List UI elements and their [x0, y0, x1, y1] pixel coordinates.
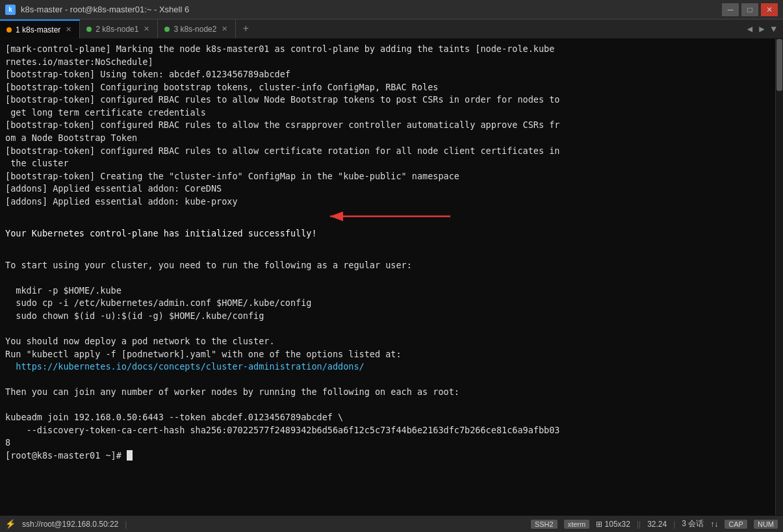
line-prompt: [root@k8s-master01 ~]# [5, 450, 133, 461]
cursor [127, 450, 133, 461]
tab-k8s-master[interactable]: 1 k8s-master ✕ [0, 19, 80, 38]
minimize-button[interactable]: ─ [722, 3, 739, 16]
line-8-cont: 8 [5, 437, 10, 448]
close-button[interactable]: ✕ [761, 3, 778, 16]
tab-label-node2: 3 k8s-node2 [173, 25, 216, 34]
tab-label-node1: 2 k8s-node1 [96, 25, 138, 34]
terminal-output: [mark-control-plane] Marking the node k8… [5, 43, 778, 462]
connection-info: ssh://root@192.168.0.50:22 [22, 520, 118, 529]
tab-k8s-node2[interactable]: 3 k8s-node2 ✕ [158, 19, 236, 38]
tab-dot-node2 [164, 27, 170, 32]
add-tab-button[interactable]: + [236, 19, 255, 38]
line-3: [bootstrap-token] Configuring bootstrap … [5, 82, 438, 92]
app-icon: k [5, 5, 16, 15]
line-2: [bootstrap-token] Using token: abcdef.01… [5, 69, 290, 79]
line-4: [bootstrap-token] configured RBAC rules … [5, 94, 559, 118]
line-7: [bootstrap-token] Creating the "cluster-… [5, 171, 459, 181]
tab-close-node2[interactable]: ✕ [220, 25, 229, 33]
line-8: [addons] Applied essential addon: CoreDN… [5, 183, 222, 194]
protocol-badge: SSH2 [531, 520, 558, 529]
line-cp: sudo cp -i /etc/kubernetes/admin.conf $H… [5, 298, 311, 308]
tab-next-button[interactable]: ▶ [756, 22, 767, 36]
status-bar: ⚡ ssh://root@192.168.0.50:22 | SSH2 xter… [0, 515, 783, 532]
maximize-button[interactable]: □ [741, 3, 758, 16]
terminal-area[interactable]: [mark-control-plane] Marking the node k8… [0, 39, 783, 515]
status-right: SSH2 xterm ⊞ 105x32 || 32.24 | 3 会话 ↑↓ C… [531, 518, 778, 529]
window-title: k8s-master - root@k8s-master01:~ - Xshel… [21, 5, 717, 14]
tab-dot-node1 [86, 27, 92, 32]
tab-menu-button[interactable]: ▼ [769, 23, 779, 36]
line-discovery: --discovery-token-ca-cert-hash sha256:07… [5, 425, 559, 435]
line-mkdir: mkdir -p $HOME/.kube [5, 285, 122, 296]
line-cluster-intro: To start using your cluster, you need to… [5, 260, 412, 270]
caps-badge: CAP [725, 520, 747, 529]
filesize-display: 32.24 [647, 520, 667, 529]
network-icon: ⚡ [5, 519, 16, 529]
tab-close-node1[interactable]: ✕ [142, 25, 151, 33]
scrollbar-thumb[interactable] [777, 39, 782, 91]
line-kubectl: Run "kubectl apply -f [podnetwork].yaml"… [5, 349, 402, 359]
tab-close-master[interactable]: ✕ [64, 25, 73, 34]
line-5: [bootstrap-token] configured RBAC rules … [5, 120, 559, 143]
tab-dot-master [6, 27, 12, 32]
num-badge: NUM [754, 520, 778, 529]
divider-2: || [637, 520, 641, 529]
arrow-annotation [324, 207, 454, 233]
line-join-intro: Then you can join any number of worker n… [5, 386, 459, 397]
scrollbar[interactable] [775, 39, 783, 515]
terminal-type-badge: xterm [564, 520, 590, 529]
line-success: Your Kubernetes control-plane has initia… [5, 227, 317, 238]
tab-bar: 1 k8s-master ✕ 2 k8s-node1 ✕ 3 k8s-node2… [0, 19, 783, 39]
line-6: [bootstrap-token] configured RBAC rules … [5, 146, 559, 169]
dimensions-display: ⊞ 105x32 [596, 520, 630, 529]
tab-label-master: 1 k8s-master [16, 25, 60, 34]
line-kubeadm: kubeadm join 192.168.0.50:6443 --token a… [5, 412, 343, 422]
title-bar: k k8s-master - root@k8s-master01:~ - Xsh… [0, 0, 783, 19]
line-9: [addons] Applied essential addon: kube-p… [5, 196, 238, 207]
line-chown: sudo chown $(id -u):$(id -g) $HOME/.kube… [5, 310, 264, 321]
tab-k8s-node1[interactable]: 2 k8s-node1 ✕ [80, 19, 158, 38]
sessions-display: 3 会话 [682, 518, 704, 529]
divider-1: | [125, 520, 127, 529]
line-deploy: You should now deploy a pod network to t… [5, 336, 275, 346]
line-1: [mark-control-plane] Marking the node k8… [5, 44, 554, 67]
tab-prev-button[interactable]: ◀ [745, 22, 755, 36]
window-controls: ─ □ ✕ [722, 3, 778, 16]
tab-nav: ◀ ▶ ▼ [741, 19, 783, 38]
upload-icon: ↑↓ [710, 520, 718, 529]
line-url: https://kubernetes.io/docs/concepts/clus… [5, 361, 365, 372]
divider-3: | [673, 520, 675, 529]
